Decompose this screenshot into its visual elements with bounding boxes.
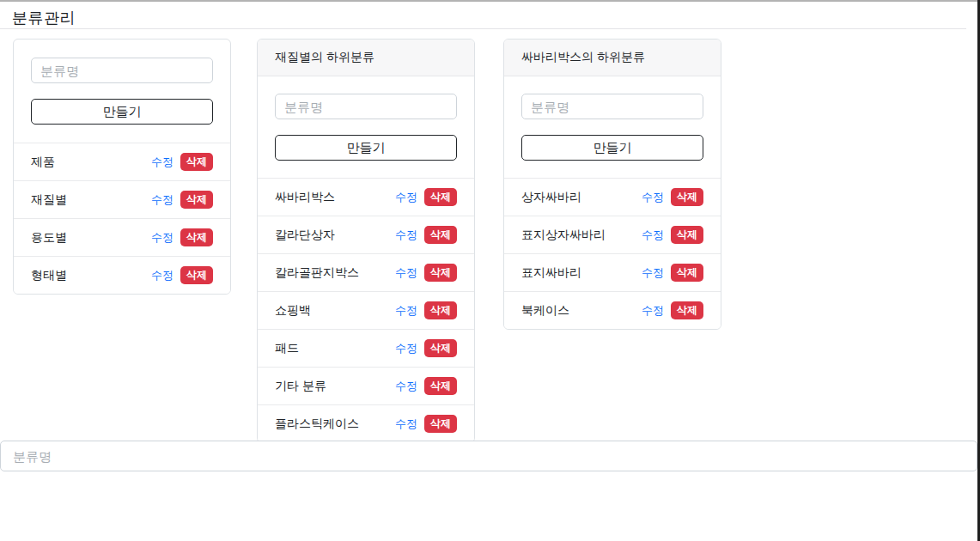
page-top-border (0, 0, 980, 2)
category-row[interactable]: 북케이스 수정 삭제 (504, 291, 721, 329)
category-label: 기타 분류 (275, 379, 326, 394)
row-actions: 수정 삭제 (151, 153, 213, 171)
row-actions: 수정 삭제 (642, 301, 703, 319)
edit-link[interactable]: 수정 (395, 416, 417, 432)
category-label: 재질별 (31, 192, 67, 208)
category-label: 싸바리박스 (275, 190, 335, 205)
row-actions: 수정 삭제 (642, 188, 703, 206)
category-panel-sub2: 싸바리박스의 하위분류 만들기 상자싸바리 수정 삭제 표지상자싸바리 수정 삭… (503, 39, 721, 330)
category-row[interactable]: 표지상자싸바리 수정 삭제 (504, 216, 721, 253)
row-actions: 수정 삭제 (151, 228, 213, 246)
category-name-input[interactable] (275, 94, 457, 119)
category-row[interactable]: 재질별 수정 삭제 (14, 180, 230, 218)
row-actions: 수정 삭제 (642, 264, 703, 282)
category-row[interactable]: 쇼핑백 수정 삭제 (258, 291, 474, 329)
delete-button[interactable]: 삭제 (424, 377, 457, 395)
delete-button[interactable]: 삭제 (424, 264, 457, 282)
delete-button[interactable]: 삭제 (424, 339, 457, 357)
row-actions: 수정 삭제 (395, 264, 457, 282)
row-actions: 수정 삭제 (395, 415, 457, 433)
delete-button[interactable]: 삭제 (671, 188, 703, 206)
category-name-input[interactable] (31, 58, 213, 83)
category-label: 표지상자싸바리 (521, 228, 606, 243)
row-actions: 수정 삭제 (151, 266, 213, 284)
create-button[interactable]: 만들기 (521, 135, 703, 161)
edit-link[interactable]: 수정 (642, 265, 664, 281)
delete-button[interactable]: 삭제 (180, 266, 213, 284)
row-actions: 수정 삭제 (395, 226, 457, 244)
edit-link[interactable]: 수정 (395, 303, 417, 319)
category-label: 용도별 (31, 230, 67, 246)
delete-button[interactable]: 삭제 (671, 226, 703, 244)
edit-link[interactable]: 수정 (151, 192, 173, 208)
category-row[interactable]: 칼라단상자 수정 삭제 (258, 216, 474, 253)
delete-button[interactable]: 삭제 (424, 226, 457, 244)
category-label: 패드 (275, 341, 299, 356)
delete-button[interactable]: 삭제 (424, 188, 457, 206)
edit-link[interactable]: 수정 (642, 228, 664, 243)
category-label: 형태별 (31, 268, 67, 283)
edit-link[interactable]: 수정 (395, 265, 417, 281)
delete-button[interactable]: 삭제 (180, 153, 213, 171)
category-name-input[interactable] (521, 94, 703, 119)
edit-link[interactable]: 수정 (151, 230, 173, 246)
category-label: 표지싸바리 (521, 265, 581, 281)
delete-button[interactable]: 삭제 (180, 228, 213, 246)
row-actions: 수정 삭제 (395, 301, 457, 319)
edit-link[interactable]: 수정 (395, 228, 417, 243)
edit-link[interactable]: 수정 (642, 303, 664, 319)
edit-link[interactable]: 수정 (642, 190, 664, 205)
panel-header: 싸바리박스의 하위분류 (504, 40, 721, 76)
category-panel-sub1: 재질별의 하위분류 만들기 싸바리박스 수정 삭제 칼라단상자 수정 삭제 칼라… (257, 39, 475, 443)
edit-link[interactable]: 수정 (395, 341, 417, 356)
category-row[interactable]: 형태별 수정 삭제 (14, 256, 230, 294)
delete-button[interactable]: 삭제 (180, 191, 213, 209)
create-button[interactable]: 만들기 (275, 135, 457, 161)
row-actions: 수정 삭제 (395, 188, 457, 206)
category-row[interactable]: 용도별 수정 삭제 (14, 218, 230, 256)
category-row[interactable]: 제품 수정 삭제 (14, 143, 230, 180)
category-panel-root: 만들기 제품 수정 삭제 재질별 수정 삭제 용도별 수정 삭제 형태별 수정 … (13, 39, 231, 295)
category-label: 제품 (31, 155, 55, 170)
edit-link[interactable]: 수정 (151, 268, 173, 283)
delete-button[interactable]: 삭제 (671, 264, 703, 282)
create-category-form: 만들기 (504, 76, 721, 178)
row-actions: 수정 삭제 (395, 339, 457, 357)
category-label: 칼라단상자 (275, 228, 335, 243)
category-row[interactable]: 플라스틱케이스 수정 삭제 (258, 404, 474, 442)
category-row[interactable]: 기타 분류 수정 삭제 (258, 367, 474, 404)
category-row[interactable]: 표지싸바리 수정 삭제 (504, 253, 721, 291)
create-category-form: 만들기 (14, 40, 230, 143)
edit-link[interactable]: 수정 (395, 379, 417, 394)
row-actions: 수정 삭제 (151, 191, 213, 209)
category-row[interactable]: 싸바리박스 수정 삭제 (258, 178, 474, 216)
bottom-category-name-input[interactable] (0, 441, 977, 471)
panel-header: 재질별의 하위분류 (258, 40, 474, 76)
create-category-form: 만들기 (258, 76, 474, 178)
row-actions: 수정 삭제 (395, 377, 457, 395)
delete-button[interactable]: 삭제 (424, 301, 457, 319)
title-underline (0, 28, 966, 29)
edit-link[interactable]: 수정 (395, 190, 417, 205)
category-row[interactable]: 패드 수정 삭제 (258, 329, 474, 367)
category-label: 북케이스 (521, 303, 569, 319)
category-row[interactable]: 칼라골판지박스 수정 삭제 (258, 253, 474, 291)
category-label: 칼라골판지박스 (275, 265, 359, 281)
delete-button[interactable]: 삭제 (671, 301, 703, 319)
create-button[interactable]: 만들기 (31, 99, 213, 125)
category-label: 쇼핑백 (275, 303, 311, 319)
row-actions: 수정 삭제 (642, 226, 703, 244)
category-row[interactable]: 상자싸바리 수정 삭제 (504, 178, 721, 216)
category-label: 플라스틱케이스 (275, 416, 359, 432)
delete-button[interactable]: 삭제 (424, 415, 457, 433)
page-title: 분류관리 (12, 8, 76, 28)
category-label: 상자싸바리 (521, 190, 581, 205)
edit-link[interactable]: 수정 (151, 155, 173, 170)
